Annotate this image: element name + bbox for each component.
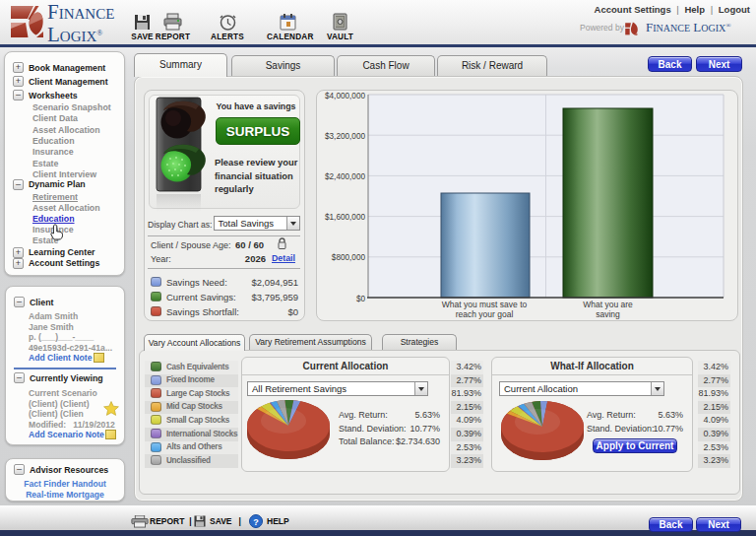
- svg-text:?: ?: [253, 517, 259, 527]
- svg-text:What you must save to: What you must save to: [442, 300, 528, 309]
- svg-text:$3,200,000: $3,200,000: [325, 132, 365, 141]
- svg-text:saving: saving: [596, 309, 620, 319]
- svg-text:reach your goal: reach your goal: [456, 309, 514, 319]
- svg-text:$0: $0: [356, 295, 366, 303]
- svg-text:$1,600,000: $1,600,000: [325, 213, 365, 222]
- svg-text:$800,000: $800,000: [332, 253, 366, 262]
- svg-text:$2,400,000: $2,400,000: [325, 172, 365, 181]
- svg-text:What you are: What you are: [583, 300, 633, 309]
- svg-text:$4,000,000: $4,000,000: [325, 92, 365, 100]
